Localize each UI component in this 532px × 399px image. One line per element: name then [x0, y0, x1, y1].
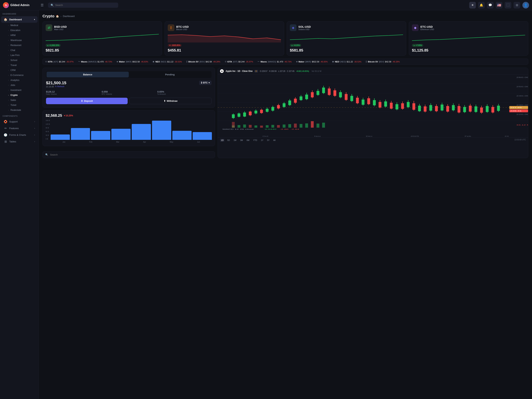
ticker-waves: 〜 Waves [WAVES] $1.470 -40.73%	[78, 60, 112, 63]
bsd-badge: ▲ +1,502.15%	[46, 44, 61, 47]
sol-card-header: ◈ SOL-USD Solana USD	[290, 24, 403, 31]
wallet-top-section: $21,500.15 21:15:30 ↻ Refresh ₿ BTC ▾	[46, 81, 211, 88]
sol-card: ◈ SOL-USD Solana USD ▲ +9.25% $581.85	[287, 21, 406, 56]
dashboard-arrow-icon: ▾	[34, 19, 35, 20]
top-search-bar[interactable]: 🔍	[48, 3, 118, 8]
sidebar-item-traval[interactable]: Traval	[1, 63, 38, 68]
sidebar-item-tables[interactable]: ⊞ Tables ›	[1, 138, 38, 145]
bar-may	[132, 124, 151, 140]
breadcrumb-page: Dashboard	[63, 15, 75, 18]
bottom-search-bar[interactable]: 🔍	[43, 151, 215, 158]
svg-text:240.00: 240.00	[516, 95, 528, 97]
sidebar-item-hrm[interactable]: HRM	[1, 33, 38, 38]
sidebar-dashboard-label: Dashboard	[9, 18, 22, 21]
sidebar-item-medical[interactable]: Medical	[1, 23, 38, 28]
bsd-price: $821.85	[46, 48, 159, 52]
label-apr: Apr	[143, 141, 146, 143]
tf-6m[interactable]: 6M	[246, 139, 250, 142]
bsd-symbol: BSD-USD	[54, 25, 67, 28]
support-icon: 🛟	[4, 120, 7, 123]
dashboard-section-label: DASHBOARD	[0, 10, 39, 16]
sidebar: DASHBOARD 🏠 Dashboard ▾ Medical Educatio…	[0, 10, 39, 399]
notifications-button[interactable]: 🔔	[478, 2, 485, 8]
pending-tab[interactable]: Pending	[129, 72, 211, 77]
sidebar-item-crm[interactable]: CRM	[1, 68, 38, 73]
deposit-button[interactable]: ⬇ Deposit	[46, 98, 128, 104]
ticker-inner: ⊙ IOTA [IOT] $0.244 -35.97% 〜 Waves [WAV…	[45, 60, 400, 63]
tf-1m[interactable]: 1M	[233, 139, 237, 142]
sidebar-item-investment[interactable]: Investment	[1, 88, 38, 93]
etc-symbol: ETC-USD	[420, 25, 434, 28]
hamburger-button[interactable]: ☰	[39, 2, 45, 8]
tv-chart-title: Apple Inc · 1D · Cboe One	[226, 70, 253, 72]
btc-volume-value: 0.058	[101, 90, 156, 93]
ticker-iota: ⊙ IOTA [IOT] $0.244 -35.97%	[45, 60, 74, 63]
tf-5d[interactable]: 5D	[226, 139, 231, 142]
sidebar-item-realestate[interactable]: Realestate	[1, 108, 38, 113]
sidebar-item-sales[interactable]: Sales	[1, 98, 38, 102]
etc-card: ◆ ETC-USD Ethereum USD ▲ +7.05% $1,125.8…	[409, 21, 528, 56]
bottom-search-input[interactable]	[50, 153, 212, 156]
sidebar-item-education[interactable]: Education	[1, 28, 38, 33]
tf-5y[interactable]: 5Y	[266, 139, 270, 142]
sidebar-item-crypto[interactable]: Crypto	[1, 93, 38, 98]
svg-text:250.00: 250.00	[516, 86, 528, 88]
refresh-button[interactable]: ↻ Refresh	[55, 85, 64, 88]
sidebar-item-warehouse[interactable]: Warehouse	[1, 38, 38, 43]
tf-all[interactable]: All	[272, 139, 276, 142]
sidebar-item-restaurant[interactable]: Restaurant	[1, 43, 38, 48]
sidebar-item-dashboard[interactable]: 🏠 Dashboard ▾	[1, 16, 38, 23]
wallet-amount: $21,500.15	[46, 81, 66, 85]
sidebar-item-lawfirm[interactable]: Law Firm	[1, 53, 38, 58]
main-layout: DASHBOARD 🏠 Dashboard ▾ Medical Educatio…	[0, 10, 532, 399]
ticker-bsv: ₿ Bitcoin SV [BSV] $42.58 -49.28%	[186, 60, 220, 63]
logo-icon: G	[3, 2, 9, 8]
btc-card-icon: ₿	[168, 24, 174, 31]
breadcrumb-separator: 🏠	[56, 15, 59, 18]
sidebar-item-analytics[interactable]: Analytics	[1, 78, 38, 82]
mini-chart-amount: $2,568.25	[46, 114, 62, 118]
sidebar-item-support[interactable]: 🛟 Support ›	[1, 118, 38, 125]
balance-tab[interactable]: Balance	[47, 72, 129, 77]
chart-yaxis: 150 $ 120 $ 90 $ 60 $ 30 $ 0 $	[46, 120, 50, 140]
svg-rect-128	[322, 123, 325, 128]
forms-charts-arrow-icon: ›	[34, 134, 35, 136]
messages-button[interactable]: 💬	[487, 2, 494, 8]
sidebar-item-ecommerce[interactable]: E-Commerce	[1, 73, 38, 78]
tf-1d[interactable]: 1D	[220, 139, 224, 142]
svg-rect-129	[232, 122, 235, 128]
tf-1y[interactable]: 1Y	[260, 139, 264, 142]
sidebar-item-ticket[interactable]: Ticket	[1, 103, 38, 108]
btc-chart	[168, 33, 281, 43]
bar-apr	[111, 129, 131, 140]
sidebar-item-forms-charts[interactable]: 🕐 Forms & Charts ›	[1, 132, 38, 138]
search-input[interactable]	[55, 4, 116, 6]
home-icon: 🏠	[4, 18, 7, 21]
flag-icon-button[interactable]: 🇺🇸	[496, 2, 502, 8]
wallet-currency-selector[interactable]: ₿ BTC ▾	[199, 81, 212, 85]
expand-button[interactable]: ⛶	[505, 2, 511, 8]
tf-3m[interactable]: 3M	[239, 139, 244, 142]
svg-text:Nov: Nov	[314, 135, 321, 137]
bar-mar	[91, 131, 110, 140]
withdraw-button[interactable]: ⬆ Withdraw	[129, 98, 211, 104]
sidebar-item-chat[interactable]: Chat	[1, 48, 38, 53]
support-arrow-icon: ›	[34, 121, 35, 123]
pct-amount-stat: 0.65% % Amount	[157, 90, 211, 95]
tv-chart-svg: 260.00 250.00 240.00 230.00 220.00 227.6…	[218, 75, 528, 137]
mini-chart-change: ▾ 10.25%	[64, 114, 73, 117]
sidebar-item-features[interactable]: ✏ Features ›	[1, 125, 38, 132]
etc-card-header: ◆ ETC-USD Ethereum USD	[412, 24, 525, 31]
tf-ytd[interactable]: YTD	[252, 139, 258, 142]
theme-toggle-button[interactable]: ☀	[469, 2, 476, 8]
sidebar-item-jobs[interactable]: Jobs	[1, 83, 38, 88]
mini-chart-header: $2,568.25 ▾ 10.25%	[46, 114, 212, 118]
ticker-neo: ◉ NEO [NEO] $11.22 -30.53%	[152, 60, 182, 63]
btc-badge-row: ▼ -1025.05%	[168, 44, 281, 47]
sidebar-item-school[interactable]: School	[1, 58, 38, 63]
grid-button[interactable]: ⊞	[513, 2, 520, 8]
pct-amount-value: 0.65%	[157, 90, 211, 93]
svg-text:220.00: 220.00	[516, 114, 528, 115]
user-avatar[interactable]: 👤	[522, 2, 529, 8]
svg-rect-124	[300, 124, 302, 128]
